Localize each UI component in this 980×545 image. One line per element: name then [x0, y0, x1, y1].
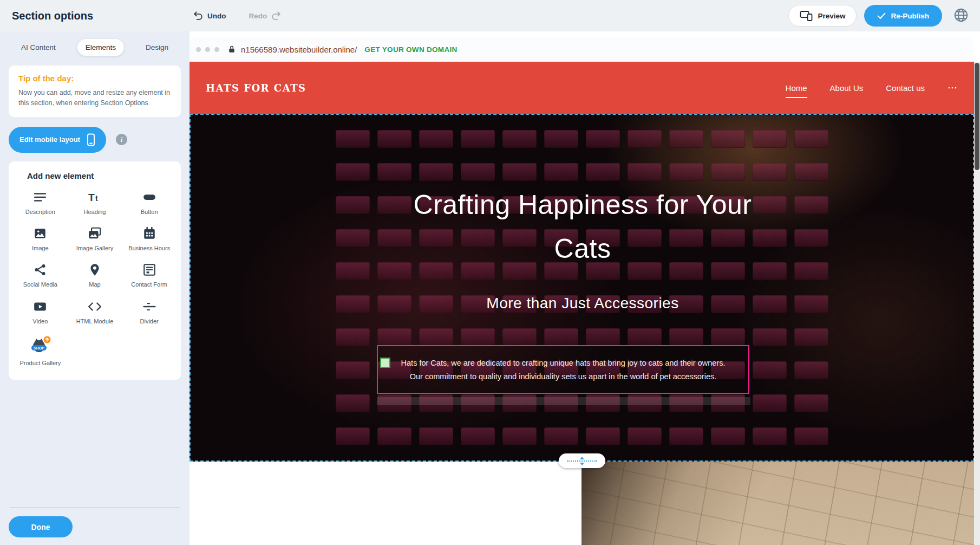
- republish-label: Re-Publish: [891, 12, 929, 20]
- element-item-html-module[interactable]: HTML Module: [68, 300, 122, 325]
- resize-arrow-down-icon: [580, 463, 584, 465]
- hero-section[interactable]: Crafting Happiness for Your Cats More th…: [190, 114, 974, 462]
- tab-elements[interactable]: Elements: [77, 39, 124, 56]
- globe-icon: [953, 7, 969, 23]
- tab-design[interactable]: Design: [138, 39, 177, 56]
- hero-tile: [794, 361, 828, 379]
- element-label: Map: [89, 281, 100, 288]
- window-dot: [196, 47, 201, 52]
- site-url: n1566589.websitebuilder.online/: [241, 45, 357, 54]
- lock-icon: [228, 45, 236, 54]
- edit-mobile-label: Edit mobile layout: [19, 135, 80, 144]
- element-item-business-hours[interactable]: Business Hours: [122, 226, 177, 252]
- hero-tile: [336, 130, 370, 148]
- site-header: HATS FOR CATS Home About Us Contact us ⋯: [190, 62, 974, 114]
- hero-tile: [377, 130, 411, 148]
- hero-tile: [461, 163, 495, 181]
- hero-tile: [502, 427, 537, 445]
- paragraph-line: Hats for Cats, we are dedicated to craft…: [378, 356, 748, 370]
- element-label: Business Hours: [128, 244, 170, 252]
- hero-tile: [544, 163, 578, 181]
- hero-tile: [461, 130, 495, 148]
- window-dot: [214, 47, 219, 52]
- element-item-contact-form[interactable]: Contact Form: [122, 263, 177, 288]
- page-title: Section options: [12, 10, 190, 22]
- republish-button[interactable]: Re-Publish: [864, 5, 942, 27]
- hero-tile: [794, 328, 828, 346]
- hero-tile: [586, 163, 620, 181]
- element-item-product-gallery[interactable]: SHOP Product Gallery: [13, 336, 68, 367]
- element-label: Divider: [140, 317, 159, 325]
- done-button[interactable]: Done: [9, 516, 73, 537]
- hero-tile: [711, 130, 745, 148]
- resize-arrow-up-icon: [580, 457, 584, 459]
- nav-contact-us[interactable]: Contact us: [886, 83, 925, 93]
- hero-heading[interactable]: Crafting Happiness for Your Cats: [336, 183, 829, 271]
- nav-home[interactable]: Home: [786, 83, 807, 93]
- element-drag-handle[interactable]: [380, 358, 390, 368]
- info-icon[interactable]: i: [116, 134, 127, 145]
- hero-tile: [461, 328, 495, 346]
- nav-about-us[interactable]: About Us: [830, 83, 864, 93]
- redo-label: Redo: [249, 12, 267, 20]
- tip-title: Tip of the day:: [18, 74, 171, 83]
- hero-tile: [502, 163, 537, 181]
- paragraph-line: Our commitment to quality and individual…: [378, 370, 748, 384]
- hero-tile: [586, 130, 620, 148]
- hero-subheading[interactable]: More than Just Accessories: [336, 295, 829, 312]
- hero-tile: [336, 328, 370, 346]
- element-item-video[interactable]: Video: [13, 300, 68, 325]
- element-item-map[interactable]: Map: [68, 263, 122, 288]
- image-gallery-icon: [88, 226, 102, 241]
- preview-label: Preview: [818, 12, 845, 20]
- element-item-description[interactable]: Description: [13, 190, 68, 216]
- add-element-title: Add new element: [27, 171, 177, 180]
- hero-tile: [419, 163, 453, 181]
- element-item-divider[interactable]: Divider: [122, 300, 177, 325]
- hero-tile: [419, 427, 453, 445]
- element-label: Button: [141, 208, 158, 216]
- hero-tile: [669, 427, 703, 445]
- preview-canvas: n1566589.websitebuilder.online/ GET YOUR…: [190, 31, 980, 545]
- scrollbar-thumb[interactable]: [975, 63, 979, 170]
- paragraph-element[interactable]: Hats for Cats, we are dedicated to craft…: [377, 345, 749, 394]
- hero-tile: [377, 328, 411, 346]
- hero-tile: [544, 130, 578, 148]
- undo-icon: [193, 10, 204, 21]
- window-dot: [205, 47, 210, 52]
- undo-button[interactable]: Undo: [190, 10, 230, 22]
- element-label: HTML Module: [76, 317, 114, 325]
- section-resize-handle[interactable]: [559, 453, 605, 468]
- hero-tile: [711, 427, 745, 445]
- edit-mobile-layout-button[interactable]: Edit mobile layout: [9, 127, 106, 153]
- hero-tile: [586, 328, 620, 346]
- get-domain-link[interactable]: GET YOUR OWN DOMAIN: [364, 46, 457, 54]
- map-pin-icon: [88, 263, 102, 277]
- element-item-image[interactable]: Image: [13, 226, 68, 252]
- tab-ai-content[interactable]: AI Content: [13, 39, 64, 56]
- svg-text:T: T: [88, 192, 95, 203]
- sidebar-footer: Done: [0, 507, 190, 545]
- hero-tile: [711, 328, 745, 346]
- video-icon: [33, 300, 47, 314]
- hero-tile: [502, 130, 537, 148]
- tip-body: Now you can add, move and resize any ele…: [18, 88, 171, 109]
- hero-tile: [336, 394, 370, 412]
- window-dots: [196, 47, 219, 52]
- pavement-image: [582, 462, 974, 545]
- tip-card: Tip of the day: Now you can add, move an…: [9, 66, 181, 117]
- element-item-heading[interactable]: Tt Heading: [68, 190, 122, 216]
- redo-button[interactable]: Redo: [246, 10, 285, 22]
- element-item-button[interactable]: Button: [122, 190, 177, 216]
- hero-tile: [753, 328, 787, 346]
- hero-tile: [753, 163, 787, 181]
- language-globe-button[interactable]: [952, 6, 970, 26]
- site-logo[interactable]: HATS FOR CATS: [206, 82, 306, 94]
- element-item-image-gallery[interactable]: Image Gallery: [68, 226, 122, 252]
- element-item-social-media[interactable]: Social Media: [13, 263, 68, 288]
- image-icon: [33, 226, 47, 241]
- preview-button[interactable]: Preview: [788, 5, 857, 27]
- nav-more-button[interactable]: ⋯: [948, 82, 958, 94]
- hero-tile: [377, 427, 411, 445]
- hero-tile: [628, 328, 662, 346]
